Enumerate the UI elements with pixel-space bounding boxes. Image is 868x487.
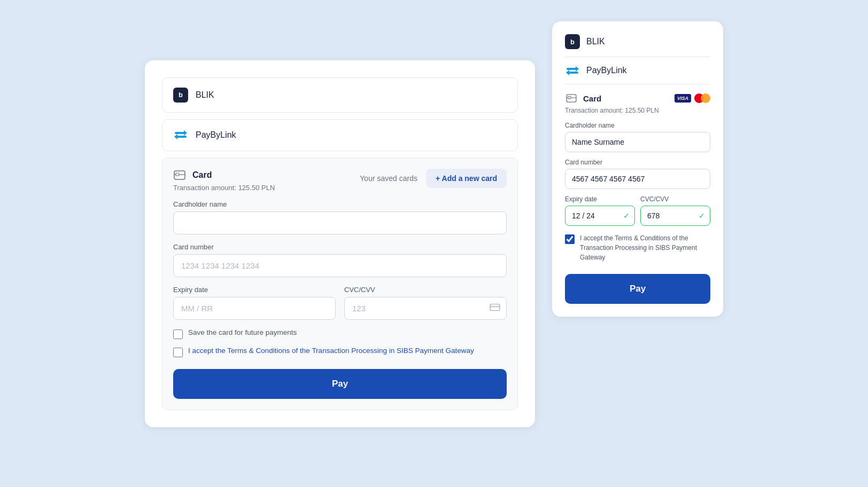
transaction-amount: Transaction amount: 125.50 PLN [173, 184, 275, 192]
right-blik-option[interactable]: b BLIK [565, 34, 710, 57]
right-cardholder-name-label: Cardholder name [565, 122, 710, 129]
right-expiry-label: Expiry date [565, 195, 635, 203]
right-card-section: Card VISA Transaction amount: 125.50 PLN… [565, 84, 710, 304]
right-payment-panel: b BLIK PayByLink C [552, 21, 723, 317]
right-cvc-group: CVC/CVV ✓ [640, 195, 710, 226]
card-number-label: Card number [173, 243, 507, 251]
blik-icon: b [173, 88, 188, 103]
right-cardholder-name-group: Cardholder name [565, 122, 710, 159]
right-card-icon [565, 92, 578, 105]
cardholder-name-label: Cardholder name [173, 200, 507, 208]
saved-cards-text: Your saved cards [360, 174, 417, 183]
right-terms-row: I accept the Terms & Conditions of the T… [565, 233, 710, 262]
terms-row: I accept the Terms & Conditions of the T… [173, 347, 507, 357]
left-payment-panel: b BLIK PayByLink [145, 60, 535, 427]
save-card-checkbox[interactable] [173, 329, 183, 339]
svg-rect-7 [568, 96, 571, 98]
right-blik-icon: b [565, 34, 580, 49]
right-expiry-cvc-row: Expiry date ✓ CVC/CVV ✓ [565, 195, 710, 226]
right-terms-checkbox[interactable] [565, 234, 575, 244]
right-cvc-label: CVC/CVV [640, 195, 710, 203]
cvc-group: CVC/CVV [344, 286, 507, 320]
cvc-card-icon [490, 303, 500, 314]
mastercard-logo [694, 93, 710, 103]
pay-button[interactable]: Pay [173, 369, 507, 399]
right-pay-button[interactable]: Pay [565, 274, 710, 304]
card-header: Card Transaction amount: 125.50 PLN Your… [173, 169, 507, 192]
visa-logo: VISA [675, 94, 691, 103]
card-logos: VISA [675, 93, 710, 103]
right-card-title-text: Card [583, 94, 601, 103]
expiry-group: Expiry date [173, 286, 336, 320]
save-card-row: Save the card for future payments [173, 328, 507, 339]
card-icon [173, 169, 186, 182]
cvc-input[interactable] [344, 297, 507, 320]
paybylink-icon [173, 129, 188, 141]
card-number-input[interactable] [173, 254, 507, 277]
svg-rect-1 [176, 173, 179, 176]
paybylink-label: PayByLink [196, 130, 236, 140]
cvc-label: CVC/CVV [344, 286, 507, 294]
blik-label: BLIK [196, 90, 214, 100]
right-card-header: Card VISA [565, 92, 710, 105]
right-blik-label: BLIK [586, 37, 605, 46]
card-number-group: Card number [173, 243, 507, 277]
right-card-number-input[interactable] [565, 169, 710, 189]
svg-rect-5 [490, 306, 500, 308]
card-title: Card [192, 170, 212, 180]
terms-checkbox[interactable] [173, 348, 183, 357]
right-card-number-group: Card number [565, 159, 710, 195]
save-card-label[interactable]: Save the card for future payments [188, 328, 297, 336]
card-section: Card Transaction amount: 125.50 PLN Your… [162, 158, 518, 410]
cardholder-name-input[interactable] [173, 211, 507, 234]
blik-option[interactable]: b BLIK [162, 77, 518, 113]
cardholder-name-group: Cardholder name [173, 200, 507, 234]
expiry-check-icon: ✓ [623, 211, 630, 220]
right-paybylink-label: PayByLink [586, 66, 627, 75]
cvc-check-icon: ✓ [699, 211, 705, 220]
terms-label[interactable]: I accept the Terms & Conditions of the T… [188, 347, 474, 355]
right-paybylink-icon [565, 65, 580, 76]
expiry-cvc-row: Expiry date CVC/CVV [173, 286, 507, 328]
right-card-number-label: Card number [565, 159, 710, 166]
right-paybylink-option[interactable]: PayByLink [565, 57, 710, 84]
right-terms-label[interactable]: I accept the Terms & Conditions of the T… [580, 233, 710, 262]
add-card-button[interactable]: + Add a new card [426, 169, 507, 188]
paybylink-option[interactable]: PayByLink [162, 119, 518, 151]
expiry-input[interactable] [173, 297, 336, 320]
right-cardholder-name-input[interactable] [565, 132, 710, 152]
expiry-label: Expiry date [173, 286, 336, 294]
right-expiry-group: Expiry date ✓ [565, 195, 635, 226]
right-transaction-amount: Transaction amount: 125.50 PLN [565, 107, 710, 114]
